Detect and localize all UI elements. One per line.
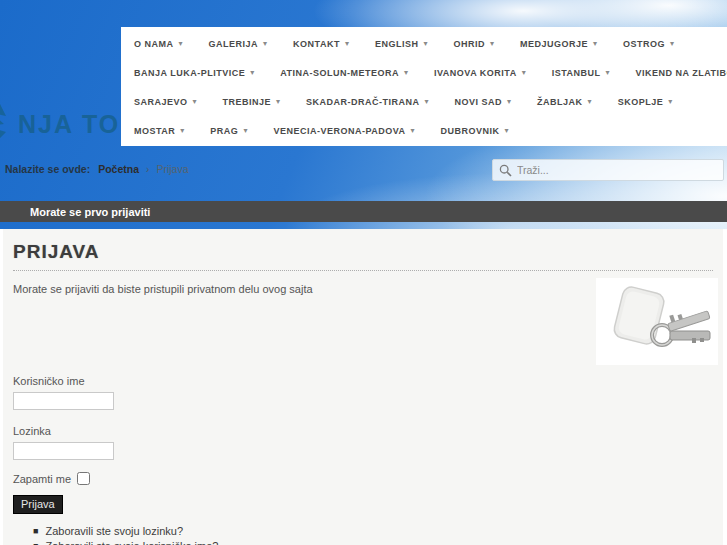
chevron-down-icon: ▾	[670, 39, 674, 48]
chevron-down-icon: ▾	[423, 39, 427, 48]
menu-item-ohrid[interactable]: OHRID▾	[453, 39, 494, 49]
main-navigation: O NAMA▾GALERIJA▾KONTAKT▾ENGLISH▾OHRID▾ME…	[121, 27, 727, 146]
username-input[interactable]	[13, 392, 114, 410]
menu-item-skadar-dra-tirana[interactable]: SKADAR-DRAČ-TIRANA▾	[306, 97, 429, 107]
logo-bird-icon	[0, 102, 16, 146]
chevron-down-icon: ▾	[606, 68, 610, 77]
menu-item-label: ISTANBUL	[552, 68, 601, 78]
chevron-down-icon: ▾	[593, 39, 597, 48]
menu-item-trebinje[interactable]: TREBINJE▾	[223, 97, 281, 107]
chevron-down-icon: ▾	[588, 97, 592, 106]
menu-item-label: MOSTAR	[134, 126, 175, 136]
chevron-down-icon: ▾	[243, 126, 247, 135]
menu-item-label: ATINA-SOLUN-METEORA	[280, 68, 399, 78]
chevron-down-icon: ▾	[490, 39, 494, 48]
chevron-down-icon: ▾	[193, 97, 197, 106]
menu-item-kontakt[interactable]: KONTAKT▾	[293, 39, 349, 49]
login-link[interactable]: Zaboravili ste svoju lozinku?	[45, 525, 183, 537]
menu-item-label: OHRID	[453, 39, 485, 49]
menu-item-mostar[interactable]: MOSTAR▾	[134, 126, 184, 136]
breadcrumb-separator-icon: ›	[146, 164, 149, 175]
chevron-down-icon: ▾	[668, 97, 672, 106]
chevron-down-icon: ▾	[180, 126, 184, 135]
keys-image	[596, 278, 718, 365]
menu-item-label: IVANOVA KORITA	[434, 68, 517, 78]
notice-text: Morate se prvo prijaviti	[30, 206, 150, 218]
password-input[interactable]	[13, 442, 114, 460]
chevron-down-icon: ▾	[179, 39, 183, 48]
menu-item-prag[interactable]: PRAG▾	[210, 126, 247, 136]
chevron-down-icon: ▾	[507, 97, 511, 106]
remember-me-row: Zapamti me	[13, 472, 713, 485]
menu-item-label: KONTAKT	[293, 39, 340, 49]
login-links-list: ■Zaboravili ste svoju lozinku?■Zaboravil…	[13, 523, 713, 545]
menu-item-label: DUBROVNIK	[441, 126, 500, 136]
search-box[interactable]	[492, 159, 724, 181]
menu-item-galerija[interactable]: GALERIJA▾	[209, 39, 268, 49]
login-content: PRIJAVA Morate se prijaviti da biste pri…	[0, 229, 727, 545]
menu-row-1: O NAMA▾GALERIJA▾KONTAKT▾ENGLISH▾OHRID▾ME…	[123, 29, 727, 58]
remember-me-label: Zapamti me	[13, 473, 71, 485]
menu-item-label: PRAG	[210, 126, 238, 136]
login-link-item: ■Zaboravili ste svoje korisničko ime?	[33, 539, 713, 545]
menu-item-ivanova-korita[interactable]: IVANOVA KORITA▾	[434, 68, 526, 78]
menu-item-label: SKOPLJE	[618, 97, 664, 107]
chevron-down-icon: ▾	[263, 39, 267, 48]
bullet-square-icon: ■	[33, 541, 38, 545]
chevron-down-icon: ▾	[505, 126, 509, 135]
login-link[interactable]: Zaboravili ste svoje korisničko ime?	[45, 540, 218, 545]
menu-row-2: BANJA LUKA-PLITVICE▾ATINA-SOLUN-METEORA▾…	[123, 58, 727, 87]
menu-item-medjugorje[interactable]: MEDJUGORJE▾	[520, 39, 597, 49]
menu-item-vikend-na-zlatiboru[interactable]: VIKEND NA ZLATIBORU▾	[636, 68, 727, 78]
menu-item-label: GALERIJA	[209, 39, 259, 49]
breadcrumb-home-link[interactable]: Početna	[98, 163, 139, 175]
search-input[interactable]	[517, 164, 717, 176]
username-label: Korisničko ime	[13, 375, 713, 387]
breadcrumb-current: Prijava	[156, 163, 188, 175]
menu-item-dubrovnik[interactable]: DUBROVNIK▾	[441, 126, 509, 136]
title-separator	[13, 270, 713, 271]
menu-item-ostrog[interactable]: OSTROG▾	[623, 39, 674, 49]
breadcrumb-prefix: Nalazite se ovde:	[5, 163, 90, 175]
page: NJA TOURS O NAMA▾GALERIJA▾KONTAKT▾ENGLIS…	[0, 0, 727, 545]
search-icon	[499, 164, 512, 177]
menu-item-label: TREBINJE	[223, 97, 272, 107]
remember-me-checkbox[interactable]	[77, 472, 90, 485]
menu-item-label: ŽABLJAK	[537, 97, 583, 107]
password-label: Lozinka	[13, 425, 713, 437]
login-submit-button[interactable]: Prijava	[13, 495, 63, 514]
menu-item-label: VENECIA-VERONA-PADOVA	[273, 126, 405, 136]
chevron-down-icon: ▾	[411, 126, 415, 135]
menu-item-istanbul[interactable]: ISTANBUL▾	[552, 68, 610, 78]
menu-item--abljak[interactable]: ŽABLJAK▾	[537, 97, 592, 107]
bullet-square-icon: ■	[33, 526, 38, 536]
menu-item-label: O NAMA	[134, 39, 174, 49]
chevron-down-icon: ▾	[250, 68, 254, 77]
menu-item-atina-solun-meteora[interactable]: ATINA-SOLUN-METEORA▾	[280, 68, 408, 78]
login-link-item: ■Zaboravili ste svoju lozinku?	[33, 523, 713, 539]
menu-item-o-nama[interactable]: O NAMA▾	[134, 39, 183, 49]
keys-photo-icon	[596, 278, 718, 365]
menu-item-venecia-verona-padova[interactable]: VENECIA-VERONA-PADOVA▾	[273, 126, 414, 136]
menu-item-sarajevo[interactable]: SARAJEVO▾	[134, 97, 197, 107]
menu-item-banja-luka-plitvice[interactable]: BANJA LUKA-PLITVICE▾	[134, 68, 254, 78]
menu-item-label: MEDJUGORJE	[520, 39, 588, 49]
chevron-down-icon: ▾	[276, 97, 280, 106]
breadcrumb: Nalazite se ovde: Početna › Prijava	[5, 163, 189, 175]
menu-item-label: NOVI SAD	[455, 97, 503, 107]
menu-item-label: SARAJEVO	[134, 97, 188, 107]
chevron-down-icon: ▾	[404, 68, 408, 77]
chevron-down-icon: ▾	[345, 39, 349, 48]
menu-item-label: OSTROG	[623, 39, 665, 49]
menu-item-novi-sad[interactable]: NOVI SAD▾	[455, 97, 512, 107]
menu-item-skoplje[interactable]: SKOPLJE▾	[618, 97, 673, 107]
menu-item-english[interactable]: ENGLISH▾	[375, 39, 428, 49]
notice-bar: Morate se prvo prijaviti	[0, 201, 727, 222]
menu-row-4: MOSTAR▾PRAG▾VENECIA-VERONA-PADOVA▾DUBROV…	[123, 116, 727, 145]
chevron-down-icon: ▾	[425, 97, 429, 106]
page-title: PRIJAVA	[13, 241, 713, 263]
menu-item-label: SKADAR-DRAČ-TIRANA	[306, 97, 420, 107]
menu-row-3: SARAJEVO▾TREBINJE▾SKADAR-DRAČ-TIRANA▾NOV…	[123, 87, 727, 116]
menu-item-label: VIKEND NA ZLATIBORU	[636, 68, 727, 78]
menu-item-label: ENGLISH	[375, 39, 419, 49]
